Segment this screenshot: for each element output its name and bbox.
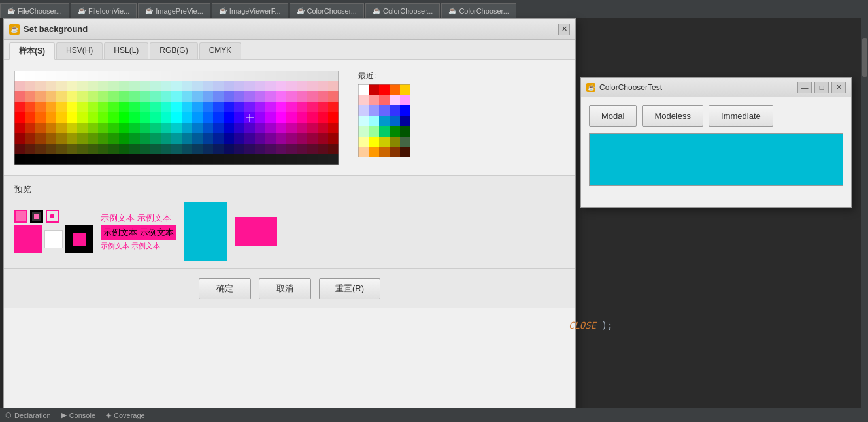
preview-label: 预览: [14, 184, 565, 195]
cc-close-button[interactable]: ✕: [831, 82, 846, 93]
cc-maximize-button[interactable]: □: [814, 82, 829, 93]
modeless-button[interactable]: Modeless: [642, 105, 703, 127]
preview-blocks-col: [184, 202, 227, 261]
tab-colorchooser1[interactable]: ☕ ColorChooser...: [290, 3, 364, 18]
dialog-buttons: 确定 取消 重置(R): [4, 268, 575, 308]
tab-colorchooser3[interactable]: ☕ ColorChooser...: [441, 3, 516, 18]
reset-button[interactable]: 重置(R): [319, 278, 380, 299]
dialog-title: Set background: [24, 24, 88, 34]
ok-button[interactable]: 确定: [199, 278, 251, 299]
tab-icon-3: ☕: [219, 7, 227, 14]
recent-canvas[interactable]: [358, 84, 410, 157]
tab-filechooser[interactable]: ☕ FileChooser...: [0, 3, 69, 18]
modal-button[interactable]: Modal: [589, 105, 637, 127]
tab-hsl[interactable]: HSL(L): [104, 42, 148, 59]
vertical-scrollbar[interactable]: [861, 18, 868, 408]
tab-icon-2: ☕: [145, 7, 153, 14]
tab-swatches[interactable]: 样本(S): [9, 42, 55, 60]
tab-icon-5: ☕: [373, 7, 380, 14]
coverage-icon: ◈: [106, 411, 111, 419]
cc-title-icon: ☕: [586, 83, 595, 92]
preview-area: 示例文本 示例文本 示例文本 示例文本 示例文本 示例文本: [14, 202, 565, 261]
preview-text-line-1: 示例文本 示例文本: [101, 212, 176, 224]
tab-icon-4: ☕: [297, 7, 305, 14]
preview-sq-large-white: [44, 230, 63, 248]
preview-sq-small-black: [30, 210, 43, 223]
dialog-title-left: ☕ Set background: [9, 24, 88, 35]
tab-icon-0: ☕: [7, 7, 15, 14]
preview-row-1: [14, 210, 93, 223]
declaration-icon: ⬡: [5, 411, 12, 419]
tab-cmyk[interactable]: CMYK: [199, 42, 242, 59]
tab-imageviewerf[interactable]: ☕ ImageViewerF...: [212, 3, 288, 18]
recent-section: 最近:: [358, 71, 410, 157]
cc-titlebar: ☕ ColorChooserTest — □ ✕: [581, 78, 851, 97]
tab-colorchooser2[interactable]: ☕ ColorChooser...: [365, 3, 440, 18]
cc-title-text: ColorChooserTest: [599, 83, 662, 92]
preview-section: 预览: [4, 175, 575, 268]
immediate-button[interactable]: Immediate: [709, 105, 773, 127]
preview-sq-small-pink-1: [14, 210, 27, 223]
cc-preview-area: [589, 133, 843, 186]
tab-icon-1: ☕: [78, 7, 86, 14]
preview-sq-dot: [46, 210, 59, 223]
right-code-paren: );: [602, 320, 613, 331]
scrollbar-thumb[interactable]: [862, 38, 867, 77]
bottom-tab-declaration[interactable]: ⬡ Declaration: [5, 411, 51, 419]
tab-hsv[interactable]: HSV(H): [56, 42, 103, 59]
bottom-tab-console[interactable]: ▶ Console: [61, 411, 95, 419]
cc-title-left: ☕ ColorChooserTest: [586, 83, 662, 92]
preview-row-2: [14, 225, 93, 253]
cancel-button[interactable]: 取消: [259, 278, 311, 299]
preview-pink-block-col: [235, 217, 277, 246]
dialog-titlebar: ☕ Set background ✕: [4, 19, 575, 40]
preview-pink-block: [235, 217, 277, 246]
recent-label: 最近:: [358, 71, 410, 82]
color-chooser-content: 最近:: [4, 60, 575, 175]
swatch-canvas[interactable]: [14, 71, 339, 165]
preview-text-line-2: 示例文本 示例文本: [101, 225, 176, 240]
preview-squares-col: [14, 210, 93, 253]
bottom-bar: ⬡ Declaration ▶ Console ◈ Coverage: [0, 408, 868, 422]
dialog-close-button[interactable]: ✕: [558, 24, 570, 35]
tab-rgb[interactable]: RGB(G): [150, 42, 197, 59]
preview-sq-large-black: [65, 225, 93, 253]
preview-cyan-block: [184, 202, 227, 261]
preview-sq-inner-pink: [34, 214, 39, 219]
set-background-dialog: ☕ Set background ✕ 样本(S) HSV(H) HSL(L) R…: [3, 18, 576, 418]
tab-fileiconvie[interactable]: ☕ FileIconVie...: [71, 3, 137, 18]
tab-bar: ☕ FileChooser... ☕ FileIconVie... ☕ Imag…: [0, 0, 868, 18]
right-code-area: CLOSE );: [569, 320, 612, 331]
colorchoosertest-window: ☕ ColorChooserTest — □ ✕ Modal Modeless …: [580, 77, 852, 208]
tab-imagepreview[interactable]: ☕ ImagePreVie...: [138, 3, 210, 18]
cc-content: Modal Modeless Immediate: [581, 97, 851, 193]
preview-sq-large-pink: [14, 225, 42, 253]
swatch-section: [14, 71, 339, 165]
right-code-close: CLOSE: [569, 320, 596, 331]
dialog-title-icon: ☕: [9, 24, 20, 35]
preview-dot: [50, 214, 54, 218]
preview-text-line-3: 示例文本 示例文本: [101, 241, 176, 251]
tab-icon-6: ☕: [448, 7, 456, 14]
color-tabs: 样本(S) HSV(H) HSL(L) RGB(G) CMYK: [4, 40, 575, 60]
preview-text-col: 示例文本 示例文本 示例文本 示例文本 示例文本 示例文本: [101, 212, 176, 251]
cc-minimize-button[interactable]: —: [797, 82, 812, 93]
preview-sq-large-inner: [73, 233, 86, 246]
cc-window-buttons: — □ ✕: [797, 82, 846, 93]
cc-buttons-row: Modal Modeless Immediate: [589, 105, 843, 127]
bottom-tab-coverage[interactable]: ◈ Coverage: [106, 411, 145, 419]
console-icon: ▶: [61, 411, 67, 419]
